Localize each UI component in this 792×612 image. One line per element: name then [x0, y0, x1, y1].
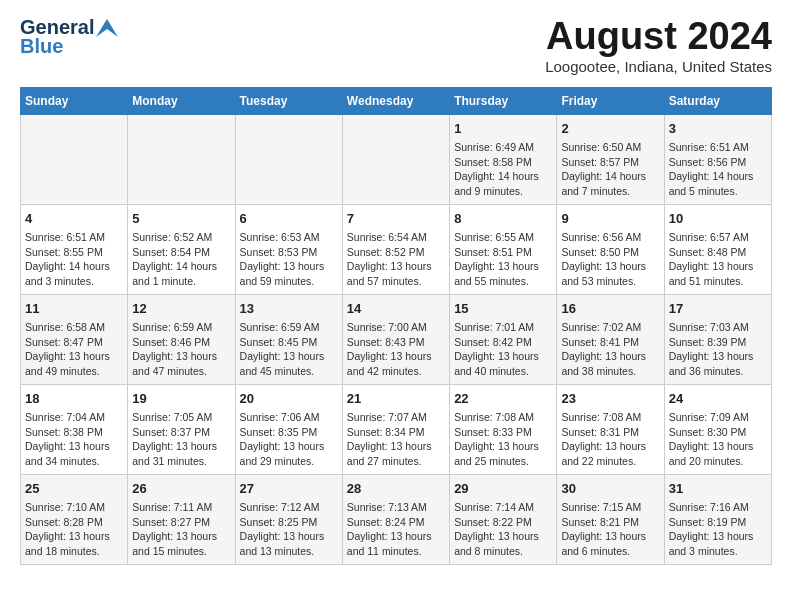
cell-daylight-info: Sunrise: 6:59 AM Sunset: 8:46 PM Dayligh…: [132, 320, 230, 379]
page-header: General Blue August 2024 Loogootee, Indi…: [20, 16, 772, 75]
calendar-cell: [235, 114, 342, 204]
calendar-cell: 11Sunrise: 6:58 AM Sunset: 8:47 PM Dayli…: [21, 294, 128, 384]
day-number: 27: [240, 480, 338, 498]
logo: General Blue: [20, 16, 118, 58]
calendar-cell: [342, 114, 449, 204]
cell-daylight-info: Sunrise: 7:00 AM Sunset: 8:43 PM Dayligh…: [347, 320, 445, 379]
calendar-cell: 23Sunrise: 7:08 AM Sunset: 8:31 PM Dayli…: [557, 384, 664, 474]
day-number: 14: [347, 300, 445, 318]
calendar-cell: 16Sunrise: 7:02 AM Sunset: 8:41 PM Dayli…: [557, 294, 664, 384]
calendar-cell: 29Sunrise: 7:14 AM Sunset: 8:22 PM Dayli…: [450, 474, 557, 564]
cell-daylight-info: Sunrise: 7:08 AM Sunset: 8:33 PM Dayligh…: [454, 410, 552, 469]
day-number: 21: [347, 390, 445, 408]
calendar-cell: 12Sunrise: 6:59 AM Sunset: 8:46 PM Dayli…: [128, 294, 235, 384]
calendar-header-saturday: Saturday: [664, 87, 771, 114]
cell-daylight-info: Sunrise: 7:14 AM Sunset: 8:22 PM Dayligh…: [454, 500, 552, 559]
cell-daylight-info: Sunrise: 6:49 AM Sunset: 8:58 PM Dayligh…: [454, 140, 552, 199]
calendar-week-row: 18Sunrise: 7:04 AM Sunset: 8:38 PM Dayli…: [21, 384, 772, 474]
calendar-week-row: 25Sunrise: 7:10 AM Sunset: 8:28 PM Dayli…: [21, 474, 772, 564]
day-number: 22: [454, 390, 552, 408]
day-number: 4: [25, 210, 123, 228]
calendar-cell: [21, 114, 128, 204]
calendar-cell: 17Sunrise: 7:03 AM Sunset: 8:39 PM Dayli…: [664, 294, 771, 384]
day-number: 24: [669, 390, 767, 408]
cell-daylight-info: Sunrise: 6:50 AM Sunset: 8:57 PM Dayligh…: [561, 140, 659, 199]
calendar-header-row: SundayMondayTuesdayWednesdayThursdayFrid…: [21, 87, 772, 114]
calendar-cell: 24Sunrise: 7:09 AM Sunset: 8:30 PM Dayli…: [664, 384, 771, 474]
calendar-cell: 30Sunrise: 7:15 AM Sunset: 8:21 PM Dayli…: [557, 474, 664, 564]
svg-marker-0: [96, 19, 118, 37]
calendar-header-monday: Monday: [128, 87, 235, 114]
cell-daylight-info: Sunrise: 6:58 AM Sunset: 8:47 PM Dayligh…: [25, 320, 123, 379]
calendar-week-row: 1Sunrise: 6:49 AM Sunset: 8:58 PM Daylig…: [21, 114, 772, 204]
calendar-cell: 15Sunrise: 7:01 AM Sunset: 8:42 PM Dayli…: [450, 294, 557, 384]
cell-daylight-info: Sunrise: 7:11 AM Sunset: 8:27 PM Dayligh…: [132, 500, 230, 559]
day-number: 15: [454, 300, 552, 318]
calendar-cell: 4Sunrise: 6:51 AM Sunset: 8:55 PM Daylig…: [21, 204, 128, 294]
cell-daylight-info: Sunrise: 6:56 AM Sunset: 8:50 PM Dayligh…: [561, 230, 659, 289]
cell-daylight-info: Sunrise: 7:16 AM Sunset: 8:19 PM Dayligh…: [669, 500, 767, 559]
day-number: 28: [347, 480, 445, 498]
page-title: August 2024: [545, 16, 772, 58]
calendar-cell: 21Sunrise: 7:07 AM Sunset: 8:34 PM Dayli…: [342, 384, 449, 474]
day-number: 8: [454, 210, 552, 228]
day-number: 10: [669, 210, 767, 228]
calendar-header-tuesday: Tuesday: [235, 87, 342, 114]
calendar-header-thursday: Thursday: [450, 87, 557, 114]
day-number: 3: [669, 120, 767, 138]
calendar-week-row: 11Sunrise: 6:58 AM Sunset: 8:47 PM Dayli…: [21, 294, 772, 384]
day-number: 13: [240, 300, 338, 318]
calendar-cell: 1Sunrise: 6:49 AM Sunset: 8:58 PM Daylig…: [450, 114, 557, 204]
calendar-table: SundayMondayTuesdayWednesdayThursdayFrid…: [20, 87, 772, 565]
day-number: 5: [132, 210, 230, 228]
day-number: 31: [669, 480, 767, 498]
cell-daylight-info: Sunrise: 7:08 AM Sunset: 8:31 PM Dayligh…: [561, 410, 659, 469]
calendar-cell: 14Sunrise: 7:00 AM Sunset: 8:43 PM Dayli…: [342, 294, 449, 384]
cell-daylight-info: Sunrise: 6:57 AM Sunset: 8:48 PM Dayligh…: [669, 230, 767, 289]
calendar-cell: 27Sunrise: 7:12 AM Sunset: 8:25 PM Dayli…: [235, 474, 342, 564]
cell-daylight-info: Sunrise: 7:03 AM Sunset: 8:39 PM Dayligh…: [669, 320, 767, 379]
cell-daylight-info: Sunrise: 7:15 AM Sunset: 8:21 PM Dayligh…: [561, 500, 659, 559]
calendar-cell: 3Sunrise: 6:51 AM Sunset: 8:56 PM Daylig…: [664, 114, 771, 204]
cell-daylight-info: Sunrise: 6:53 AM Sunset: 8:53 PM Dayligh…: [240, 230, 338, 289]
cell-daylight-info: Sunrise: 6:51 AM Sunset: 8:56 PM Dayligh…: [669, 140, 767, 199]
day-number: 7: [347, 210, 445, 228]
day-number: 2: [561, 120, 659, 138]
day-number: 26: [132, 480, 230, 498]
cell-daylight-info: Sunrise: 6:59 AM Sunset: 8:45 PM Dayligh…: [240, 320, 338, 379]
calendar-cell: 26Sunrise: 7:11 AM Sunset: 8:27 PM Dayli…: [128, 474, 235, 564]
title-block: August 2024 Loogootee, Indiana, United S…: [545, 16, 772, 75]
logo-bird-icon: [96, 19, 118, 37]
calendar-cell: 25Sunrise: 7:10 AM Sunset: 8:28 PM Dayli…: [21, 474, 128, 564]
cell-daylight-info: Sunrise: 7:10 AM Sunset: 8:28 PM Dayligh…: [25, 500, 123, 559]
day-number: 20: [240, 390, 338, 408]
day-number: 1: [454, 120, 552, 138]
calendar-cell: 7Sunrise: 6:54 AM Sunset: 8:52 PM Daylig…: [342, 204, 449, 294]
calendar-cell: 28Sunrise: 7:13 AM Sunset: 8:24 PM Dayli…: [342, 474, 449, 564]
day-number: 11: [25, 300, 123, 318]
calendar-cell: 13Sunrise: 6:59 AM Sunset: 8:45 PM Dayli…: [235, 294, 342, 384]
logo-blue-text: Blue: [20, 35, 63, 58]
page-subtitle: Loogootee, Indiana, United States: [545, 58, 772, 75]
calendar-cell: 8Sunrise: 6:55 AM Sunset: 8:51 PM Daylig…: [450, 204, 557, 294]
day-number: 19: [132, 390, 230, 408]
cell-daylight-info: Sunrise: 7:09 AM Sunset: 8:30 PM Dayligh…: [669, 410, 767, 469]
calendar-cell: 2Sunrise: 6:50 AM Sunset: 8:57 PM Daylig…: [557, 114, 664, 204]
calendar-week-row: 4Sunrise: 6:51 AM Sunset: 8:55 PM Daylig…: [21, 204, 772, 294]
calendar-cell: 18Sunrise: 7:04 AM Sunset: 8:38 PM Dayli…: [21, 384, 128, 474]
cell-daylight-info: Sunrise: 7:04 AM Sunset: 8:38 PM Dayligh…: [25, 410, 123, 469]
cell-daylight-info: Sunrise: 7:13 AM Sunset: 8:24 PM Dayligh…: [347, 500, 445, 559]
cell-daylight-info: Sunrise: 6:55 AM Sunset: 8:51 PM Dayligh…: [454, 230, 552, 289]
cell-daylight-info: Sunrise: 7:12 AM Sunset: 8:25 PM Dayligh…: [240, 500, 338, 559]
day-number: 29: [454, 480, 552, 498]
cell-daylight-info: Sunrise: 6:52 AM Sunset: 8:54 PM Dayligh…: [132, 230, 230, 289]
day-number: 18: [25, 390, 123, 408]
cell-daylight-info: Sunrise: 7:01 AM Sunset: 8:42 PM Dayligh…: [454, 320, 552, 379]
day-number: 17: [669, 300, 767, 318]
day-number: 9: [561, 210, 659, 228]
calendar-cell: 19Sunrise: 7:05 AM Sunset: 8:37 PM Dayli…: [128, 384, 235, 474]
day-number: 16: [561, 300, 659, 318]
calendar-cell: 9Sunrise: 6:56 AM Sunset: 8:50 PM Daylig…: [557, 204, 664, 294]
calendar-cell: [128, 114, 235, 204]
calendar-header-sunday: Sunday: [21, 87, 128, 114]
